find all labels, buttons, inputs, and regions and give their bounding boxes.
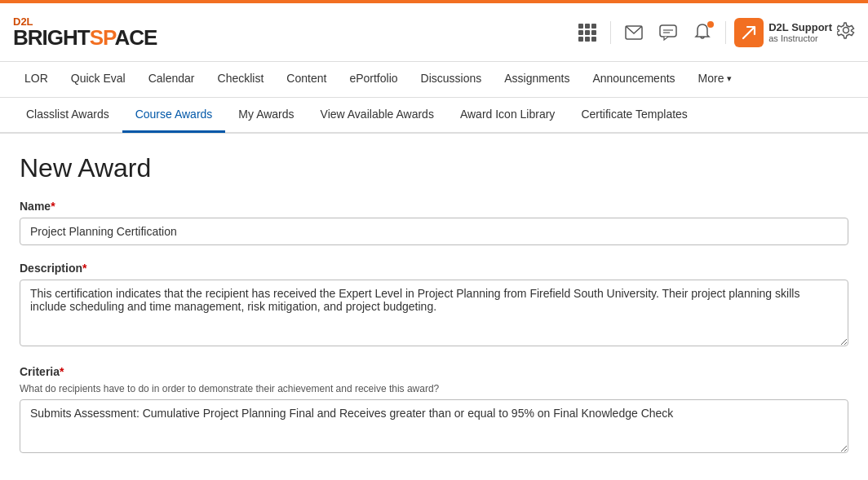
name-label: Name* xyxy=(20,200,848,213)
tab-certificate-templates[interactable]: Certificate Templates xyxy=(568,97,700,133)
chat-icon-button[interactable] xyxy=(653,18,683,47)
tab-classlist-awards[interactable]: Classlist Awards xyxy=(13,97,122,133)
name-form-group: Name* xyxy=(20,200,848,245)
nav-bar: LOR Quick Eval Calendar Checklist Conten… xyxy=(0,62,868,98)
user-avatar xyxy=(734,18,764,47)
tab-my-awards[interactable]: My Awards xyxy=(225,97,307,133)
logo-brightspace: BRIGHTSPACE xyxy=(13,27,157,48)
name-required: * xyxy=(51,200,55,213)
grid-icon xyxy=(578,24,596,42)
header-right: D2L Support as Instructor xyxy=(573,18,855,47)
tab-course-awards[interactable]: Course Awards xyxy=(122,97,226,133)
description-textarea[interactable]: This certification indicates that the re… xyxy=(20,280,848,346)
user-role: as Instructor xyxy=(768,33,832,43)
nav-item-eportfolio[interactable]: ePortfolio xyxy=(338,62,409,98)
bell-icon-button[interactable] xyxy=(688,18,717,47)
main-content: New Award Name* Description* This certif… xyxy=(0,134,868,480)
chevron-down-icon: ▾ xyxy=(727,73,732,84)
nav-item-calendar[interactable]: Calendar xyxy=(137,62,206,98)
criteria-textarea[interactable]: Submits Assessment: Cumulative Project P… xyxy=(20,399,848,453)
logo[interactable]: D2L BRIGHTSPACE xyxy=(13,16,157,48)
nav-item-content[interactable]: Content xyxy=(275,62,338,98)
nav-item-discussions[interactable]: Discussions xyxy=(410,62,494,98)
description-form-group: Description* This certification indicate… xyxy=(20,262,848,349)
tab-view-available-awards[interactable]: View Available Awards xyxy=(308,97,447,133)
nav-item-announcements[interactable]: Announcements xyxy=(581,62,686,98)
criteria-hint: What do recipients have to do in order t… xyxy=(20,383,848,394)
description-required: * xyxy=(82,262,86,275)
chat-icon xyxy=(659,24,677,41)
user-info: D2L Support as Instructor xyxy=(768,21,832,43)
page-title: New Award xyxy=(20,153,848,183)
tabs: Classlist Awards Course Awards My Awards… xyxy=(0,98,868,134)
user-arrow-icon xyxy=(741,24,757,41)
svg-point-4 xyxy=(844,28,849,33)
email-icon xyxy=(625,25,643,40)
email-icon-button[interactable] xyxy=(619,18,649,47)
criteria-required: * xyxy=(60,365,64,378)
settings-icon-button[interactable] xyxy=(837,21,855,43)
criteria-label: Criteria* xyxy=(20,365,848,378)
nav-item-quick-eval[interactable]: Quick Eval xyxy=(60,62,137,98)
notification-dot xyxy=(707,21,714,28)
nav-item-assignments[interactable]: Assignments xyxy=(493,62,581,98)
nav-item-more[interactable]: More ▾ xyxy=(687,62,743,98)
description-label: Description* xyxy=(20,262,848,275)
user-name: D2L Support xyxy=(768,21,832,33)
grid-icon-button[interactable] xyxy=(573,18,602,47)
gear-icon xyxy=(837,21,855,39)
tab-award-icon-library[interactable]: Award Icon Library xyxy=(447,97,568,133)
nav-item-checklist[interactable]: Checklist xyxy=(206,62,276,98)
separator-2 xyxy=(725,21,726,44)
header: D2L BRIGHTSPACE xyxy=(0,3,868,62)
nav-item-lor[interactable]: LOR xyxy=(13,62,60,98)
name-input[interactable] xyxy=(20,218,848,245)
criteria-form-group: Criteria* What do recipients have to do … xyxy=(20,365,848,456)
separator-1 xyxy=(610,21,611,44)
svg-rect-1 xyxy=(660,25,676,37)
